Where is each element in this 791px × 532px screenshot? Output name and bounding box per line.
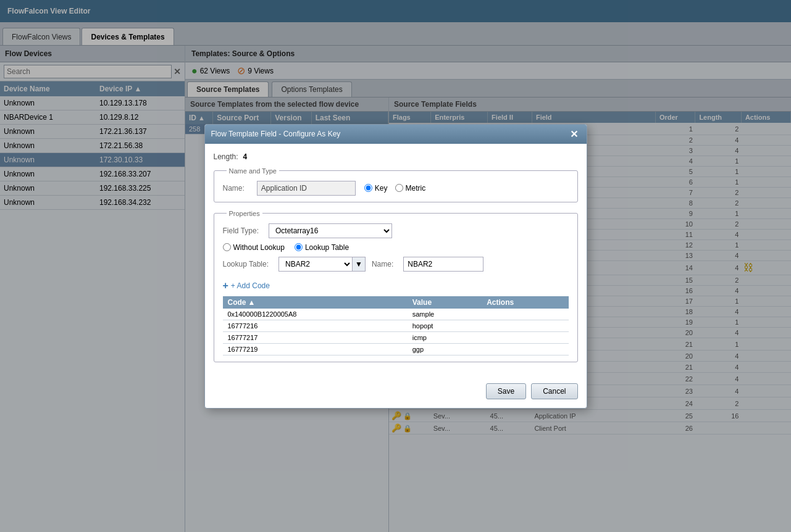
plus-icon: +: [223, 280, 228, 291]
code-actions: [482, 331, 568, 343]
radio-key-label[interactable]: Key: [364, 184, 388, 193]
lookup-table-radio-label[interactable]: Lookup Table: [295, 243, 349, 252]
modal-close-button[interactable]: ✕: [567, 128, 580, 140]
code-value: 0x140000B1220005A8: [223, 309, 408, 320]
name-type-legend: Name and Type: [227, 167, 279, 175]
col-code[interactable]: Code ▲: [223, 296, 408, 309]
add-code-section: + + Add Code Code ▲: [223, 278, 569, 355]
code-value: 16777217: [223, 331, 408, 343]
name-type-fieldset: Name and Type Name: Key Metric: [214, 167, 578, 202]
lookup-table-select[interactable]: NBAR2: [278, 257, 353, 272]
radio-metric[interactable]: [395, 184, 403, 192]
configure-key-modal: Flow Template Field - Configure As Key ✕…: [204, 124, 587, 409]
lookup-row: Without Lookup Lookup Table: [223, 243, 569, 252]
lookup-table-radio[interactable]: [295, 243, 303, 251]
code-row[interactable]: 16777217 icmp: [223, 331, 569, 343]
code-row[interactable]: 16777219 ggp: [223, 343, 569, 355]
lookup-table-row: Lookup Table: NBAR2 ▼ Name:: [223, 257, 569, 272]
properties-fieldset: Properties Field Type: Octetarray16Strin…: [214, 210, 578, 362]
radio-group: Key Metric: [364, 184, 425, 193]
length-row: Length: 4: [214, 152, 578, 161]
add-code-button[interactable]: + + Add Code: [223, 278, 270, 294]
modal-overlay: Flow Template Field - Configure As Key ✕…: [0, 0, 791, 532]
radio-metric-label[interactable]: Metric: [395, 184, 426, 193]
sort-asc-icon: ▲: [248, 298, 256, 307]
code-actions: [482, 320, 568, 331]
properties-legend: Properties: [227, 210, 262, 217]
name-input[interactable]: [257, 181, 356, 196]
without-lookup-radio-label[interactable]: Without Lookup: [223, 243, 285, 252]
code-actions: [482, 343, 568, 355]
cancel-button[interactable]: Cancel: [531, 383, 577, 399]
code-label: hopopt: [408, 320, 482, 331]
code-label: icmp: [408, 331, 482, 343]
col-value[interactable]: Value: [408, 296, 482, 309]
save-button[interactable]: Save: [486, 383, 526, 399]
code-value: 16777216: [223, 320, 408, 331]
name-type-row: Name: Key Metric: [223, 181, 569, 196]
code-label: ggp: [408, 343, 482, 355]
modal-footer: Save Cancel: [205, 378, 587, 408]
field-type-row: Field Type: Octetarray16StringIntegerFlo…: [223, 223, 569, 238]
modal-titlebar: Flow Template Field - Configure As Key ✕: [205, 125, 587, 144]
radio-key[interactable]: [364, 184, 372, 192]
lookup-table-dropdown-btn[interactable]: ▼: [352, 257, 366, 272]
code-value: 16777219: [223, 343, 408, 355]
code-row[interactable]: 16777216 hopopt: [223, 320, 569, 331]
modal-body: Length: 4 Name and Type Name: Key: [205, 144, 587, 378]
modal-title: Flow Template Field - Configure As Key: [211, 130, 341, 138]
col-actions[interactable]: Actions: [482, 296, 568, 309]
code-label: sample: [408, 309, 482, 320]
code-actions: [482, 309, 568, 320]
code-table: Code ▲ Value Actions: [223, 296, 569, 355]
code-row[interactable]: 0x140000B1220005A8 sample: [223, 309, 569, 320]
lookup-name-input[interactable]: [403, 257, 483, 272]
field-type-select[interactable]: Octetarray16StringIntegerFloat: [269, 223, 392, 238]
without-lookup-radio[interactable]: [223, 243, 231, 251]
